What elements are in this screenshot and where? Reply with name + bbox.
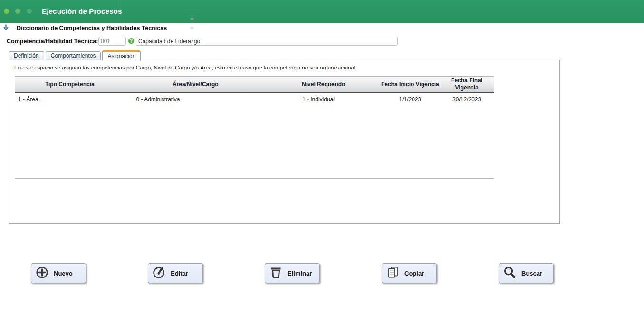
eliminar-button-label: Eliminar <box>288 270 312 277</box>
table-header-row: Tipo Competencia Área/Nivel/Cargo Nivel … <box>15 77 494 93</box>
column-header-tipo-competencia[interactable]: Tipo Competencia <box>15 77 125 92</box>
nuevo-button[interactable]: Nuevo <box>31 263 86 283</box>
buscar-button[interactable]: Buscar <box>499 263 554 283</box>
help-icon[interactable]: ? <box>128 38 135 44</box>
collapse-arrow-icon[interactable] <box>2 24 10 31</box>
copiar-button[interactable]: Copiar <box>382 263 437 283</box>
editar-button-label: Editar <box>171 270 188 277</box>
page-title: Diccionario de Competencias y Habilidade… <box>17 25 167 31</box>
title-bar: Ejecución de Procesos <box>0 0 644 23</box>
asignacion-panel: En este espacio se asignan las competenc… <box>9 60 560 224</box>
column-header-fecha-inicio[interactable]: Fecha Inicio Vigencia <box>380 77 440 92</box>
eliminar-button[interactable]: Eliminar <box>265 263 320 283</box>
buscar-button-label: Buscar <box>521 270 542 277</box>
editar-button[interactable]: Editar <box>148 263 203 283</box>
panel-description: En este espacio se asignan las competenc… <box>14 65 356 70</box>
tab-definicion[interactable]: Definición <box>9 51 44 60</box>
column-header-area-nivel-cargo[interactable]: Área/Nivel/Cargo <box>125 77 267 92</box>
titlebar-separator <box>120 0 120 23</box>
tab-bar: Definición Comportamientos Asignación <box>9 50 142 60</box>
app-window: Ejecución de Procesos Diccionario de Com… <box>0 0 644 316</box>
column-header-nivel-requerido[interactable]: Nivel Requerido <box>267 77 381 92</box>
cell-nivel-requerido: 1 - Individual <box>267 96 381 103</box>
cell-fecha-inicio: 1/1/2023 <box>381 96 440 103</box>
copy-pages-icon <box>386 266 399 281</box>
window-dot-2[interactable] <box>15 9 20 14</box>
window-dot-1[interactable] <box>4 9 9 14</box>
copiar-button-label: Copiar <box>404 270 424 277</box>
assignments-table: Tipo Competencia Área/Nivel/Cargo Nivel … <box>15 76 494 179</box>
edit-pencil-icon <box>153 266 165 281</box>
tab-asignacion[interactable]: Asignación <box>102 50 141 61</box>
cell-area-nivel-cargo: 0 - Administrativa <box>125 96 267 103</box>
competencia-code-input[interactable] <box>98 37 126 46</box>
window-dot-3[interactable] <box>27 9 32 14</box>
plus-circle-icon <box>36 266 48 281</box>
competencia-label: Competencia/Habilidad Técnica: <box>7 38 98 45</box>
text-cursor-icon <box>189 18 195 30</box>
competencia-name-input[interactable] <box>136 37 398 46</box>
cell-fecha-final: 30/12/2023 <box>440 96 494 103</box>
tab-comportamientos[interactable]: Comportamientos <box>46 51 101 60</box>
table-row[interactable]: 1 - Área 0 - Administrativa 1 - Individu… <box>15 93 494 106</box>
cell-tipo-competencia: 1 - Área <box>15 96 125 103</box>
search-icon <box>503 266 516 281</box>
trash-icon <box>269 266 282 281</box>
column-header-fecha-final[interactable]: Fecha Final Vigencia <box>440 77 494 92</box>
window-title: Ejecución de Procesos <box>42 0 122 23</box>
nuevo-button-label: Nuevo <box>54 270 73 277</box>
